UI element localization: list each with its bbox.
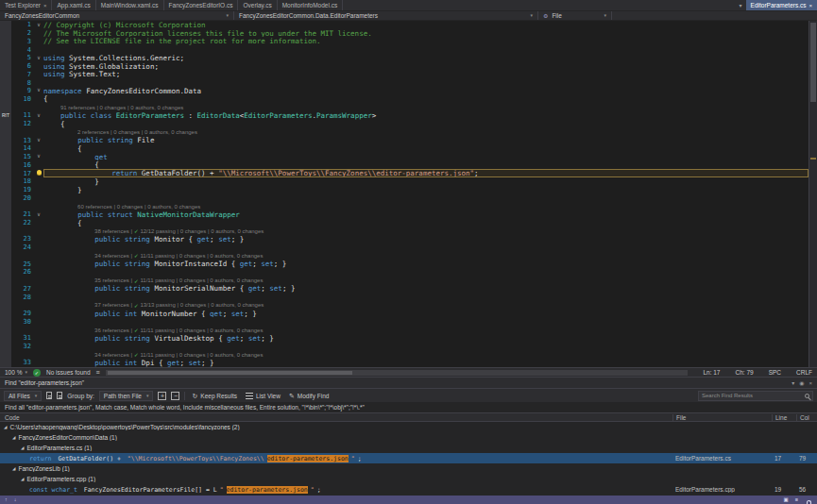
modify-find-button[interactable]: ✎ Modify Find	[287, 393, 331, 399]
find-group-row[interactable]: ◢FancyZonesEditorCommon\Data (1)	[0, 432, 817, 443]
code-line[interactable]: 22 {	[0, 219, 808, 227]
document-tab[interactable]: MainWindow.xaml.cs	[96, 0, 164, 10]
type-dropdown[interactable]: FancyZonesEditorCommon.Data.EditorParame…	[234, 11, 538, 20]
codelens-row[interactable]: 34 references | ✓ 11/11 passing | 0 chan…	[0, 350, 808, 359]
status-bar-icon[interactable]: ▣	[784, 497, 789, 503]
code-line[interactable]: 6using System.Globalization;	[0, 62, 808, 71]
column-header-file[interactable]: File	[672, 414, 772, 421]
code-line[interactable]: 29 public int MonitorNumber { get; set; …	[0, 310, 808, 318]
search-find-results-input[interactable]	[702, 393, 802, 398]
document-tab[interactable]: Test Explorer×	[0, 0, 52, 10]
close-tab-icon[interactable]: ×	[43, 3, 47, 8]
document-tab[interactable]: App.xaml.cs	[52, 0, 95, 10]
fold-icon[interactable]: ∨	[34, 212, 43, 218]
code-line[interactable]: 21∨ public struct NativeMonitorDataWrapp…	[0, 210, 808, 219]
codelens-row[interactable]: 35 references | ✓ 11/11 passing | 0 chan…	[0, 277, 808, 285]
expander-icon[interactable]: ◢	[4, 425, 7, 429]
status-bar-icon[interactable]: ≡	[795, 497, 798, 503]
code-line[interactable]: 27 public string MonitorSerialNumber { g…	[0, 285, 808, 294]
code-line[interactable]: 12 {	[0, 120, 808, 128]
copy-results-icon[interactable]	[46, 392, 52, 399]
code-line[interactable]: 2// The Microsoft Corporation licenses t…	[0, 29, 808, 38]
tab-editorparameters-active[interactable]: EditorParameters.cs ×	[746, 0, 817, 10]
close-icon[interactable]: ×	[808, 380, 812, 386]
fold-icon[interactable]: ∨	[34, 56, 43, 61]
no-issues-check-icon[interactable]: ✓	[33, 369, 41, 377]
document-tab[interactable]: FancyZonesEditorIO.cs	[164, 0, 239, 10]
document-tab[interactable]: Overlay.cs	[238, 0, 277, 10]
search-find-results-box[interactable]	[698, 391, 813, 401]
codelens-row[interactable]: 38 references | ✓ 12/12 passing | 0 chan…	[0, 227, 808, 235]
code-line[interactable]: RIT11∨ public class EditorParameters : E…	[0, 111, 808, 120]
fold-icon[interactable]: ∨	[34, 138, 43, 143]
codelens-row[interactable]: 2 references | 0 changes | 0 authors, 0 …	[0, 128, 808, 137]
status-bar-icon[interactable]: ↓	[14, 497, 17, 503]
issues-label[interactable]: No issues found	[46, 369, 91, 376]
file-types-dropdown[interactable]: All Files ▾	[4, 391, 42, 401]
zoom-control[interactable]: 100 % ▾	[5, 369, 27, 376]
character-indicator[interactable]: Ch: 79	[735, 369, 753, 376]
window-position-menu-icon[interactable]: ▾	[791, 379, 794, 386]
code-line[interactable]: 28	[0, 293, 808, 301]
code-line[interactable]: 32	[0, 343, 808, 351]
fold-icon[interactable]: ∨	[34, 88, 43, 93]
status-bar-icon[interactable]: ↑	[5, 497, 8, 503]
find-group-row[interactable]: ◢EditorParameters.cpp (1)	[0, 474, 817, 484]
codelens-row[interactable]: 34 references | ✓ 11/11 passing | 0 chan…	[0, 252, 808, 260]
code-line[interactable]: 33 public int Dpi { get; set; }	[0, 359, 808, 367]
line-indicator[interactable]: Ln: 17	[703, 369, 720, 376]
quick-actions-lightbulb-icon[interactable]	[34, 170, 43, 176]
tab-list-overflow-icon[interactable]: ▾	[736, 0, 746, 10]
column-header-col[interactable]: Col	[796, 414, 817, 421]
code-line[interactable]: 26	[0, 268, 808, 277]
editor-vertical-scrollbar[interactable]	[808, 21, 817, 367]
document-tab[interactable]: MonitorInfoModel.cs	[278, 0, 344, 10]
find-results-title-bar[interactable]: Find "editor-parameters.json" ▾ ◉ ×	[0, 378, 817, 388]
keep-results-button[interactable]: ↻ Keep Results	[190, 393, 239, 399]
code-line[interactable]: 18 }	[0, 177, 808, 186]
code-line[interactable]: 31 public string VirtualDesktop { get; s…	[0, 334, 808, 343]
code-line[interactable]: 3// See the LICENSE file in the project …	[0, 37, 808, 45]
expander-icon[interactable]: ◢	[12, 466, 15, 471]
code-line[interactable]: 7using System.Text;	[0, 70, 808, 78]
code-line[interactable]: 15∨ get	[0, 153, 808, 161]
column-header-line[interactable]: Line	[772, 414, 796, 421]
expander-icon[interactable]: ◢	[12, 435, 15, 440]
save-results-icon[interactable]	[57, 392, 62, 399]
find-group-row[interactable]: ◢C:\Users\zhaopengwang\Desktop\powertoys…	[0, 422, 817, 432]
pin-icon[interactable]: ◉	[799, 379, 804, 386]
code-line[interactable]: 20	[0, 193, 808, 202]
column-header-code[interactable]: Code	[0, 414, 672, 421]
code-line[interactable]: 19 }	[0, 186, 808, 194]
code-line[interactable]: 30	[0, 317, 808, 326]
codelens-row[interactable]: 37 references | ✓ 13/13 passing | 0 chan…	[0, 301, 808, 310]
project-dropdown[interactable]: FancyZonesEditorCommon ▾	[0, 11, 234, 20]
code-line[interactable]: 17 return GetDataFolder() + "\\Microsoft…	[0, 169, 808, 177]
code-line[interactable]: 24	[0, 244, 808, 252]
notifications-bell-icon[interactable]	[805, 496, 812, 504]
find-group-row[interactable]: ◢FancyZonesLib (1)	[0, 463, 817, 474]
find-result-row[interactable]: return GetDataFolder() + "\\Microsoft\\P…	[0, 453, 817, 463]
editor-horizontal-scrollbar[interactable]	[106, 370, 689, 376]
expander-icon[interactable]: ◢	[21, 445, 24, 450]
codelens-row[interactable]: 91 references | 0 changes | 0 authors, 0…	[0, 103, 808, 111]
code-line[interactable]: 23 public string Monitor { get; set; }	[0, 235, 808, 244]
expander-icon[interactable]: ◢	[21, 477, 24, 481]
code-editor[interactable]: 1∨// Copyright (c) Microsoft Corporation…	[0, 21, 817, 367]
find-result-row[interactable]: const wchar_t FancyZonesEditorParameters…	[0, 484, 817, 495]
indentation-indicator[interactable]: SPC	[769, 369, 781, 376]
scrollbar-thumb[interactable]	[810, 23, 816, 102]
code-line[interactable]: 5∨using System.Collections.Generic;	[0, 54, 808, 62]
error-list-icon[interactable]: ≡	[96, 369, 100, 376]
collapse-all-icon[interactable]: −	[171, 392, 179, 400]
member-dropdown[interactable]: ⚙ File ▾	[538, 11, 612, 20]
code-line[interactable]: 4	[0, 45, 808, 54]
code-line[interactable]: 8	[0, 78, 808, 87]
close-tab-icon[interactable]: ×	[808, 3, 812, 8]
fold-icon[interactable]: ∨	[34, 113, 43, 119]
code-line[interactable]: 14 {	[0, 144, 808, 153]
line-ending-indicator[interactable]: CRLF	[796, 369, 812, 376]
expand-all-icon[interactable]: +	[158, 392, 166, 400]
codelens-row[interactable]: 60 references | 0 changes | 0 authors, 0…	[0, 202, 808, 210]
code-line[interactable]: 9∨namespace FancyZonesEditorCommon.Data	[0, 87, 808, 95]
